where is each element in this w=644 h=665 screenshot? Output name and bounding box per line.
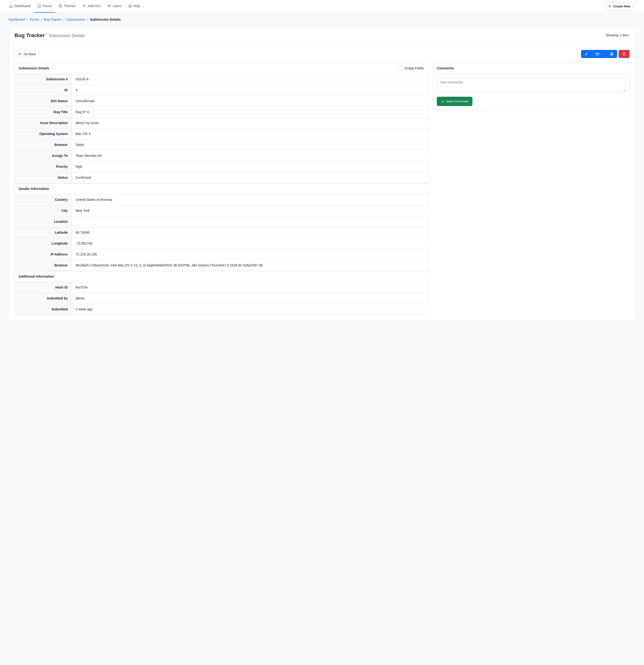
sender-section-title: Sender Information	[15, 183, 428, 194]
page-title: Bug Tracker	[15, 31, 45, 39]
table-row: Priority High	[15, 162, 428, 172]
table-row: Operating System Mac OS X	[15, 129, 428, 139]
checkbox-icon[interactable]	[399, 66, 403, 70]
comments-panel: Comments Save Comment	[433, 63, 629, 110]
svg-point-3	[60, 5, 61, 6]
table-row: DOI Status Unconfirmed	[15, 96, 428, 107]
table-row: Issue Description About my issue...	[15, 118, 428, 129]
page-subtitle: Submission Details	[49, 33, 85, 39]
table-row: Submission # ISSUE-4	[15, 74, 428, 85]
mail-icon	[595, 52, 599, 56]
breadcrumb-dashboard[interactable]: Dashboard	[8, 17, 25, 22]
table-row: Hash ID 6xxTDw	[15, 282, 428, 293]
table-row: ID 4	[15, 85, 428, 96]
table-row: Submitted 1 week ago	[15, 304, 428, 315]
nav-addons[interactable]: Add-Ons	[79, 0, 104, 13]
trash-icon	[622, 52, 626, 56]
check-square-icon	[37, 4, 41, 8]
table-row: Browser Mozilla/5.0 (Macintosh; Intel Ma…	[15, 260, 428, 271]
pencil-icon	[585, 52, 588, 56]
empty-fields-toggle[interactable]: Empty Fields	[399, 66, 424, 71]
print-icon	[610, 52, 613, 56]
additional-section-title: Additional Information	[15, 271, 428, 282]
print-button[interactable]	[606, 50, 617, 58]
check-icon	[441, 99, 444, 103]
table-row: City New York	[15, 205, 428, 216]
users-icon	[108, 4, 111, 8]
palette-icon	[58, 4, 62, 8]
nav-themes[interactable]: Themes	[55, 0, 79, 13]
table-row: Location	[15, 216, 428, 227]
arrow-left-icon	[18, 52, 22, 56]
svg-point-8	[129, 6, 131, 7]
svg-point-2	[60, 6, 60, 6]
chevron-down-icon	[600, 52, 603, 56]
table-row: Submitted by admin	[15, 293, 428, 304]
table-row: Browser Safari	[15, 139, 428, 150]
table-row: Status Confirmed	[15, 172, 428, 183]
submission-details-panel: Submission Details Empty Fields Submissi…	[15, 63, 428, 315]
comments-title: Comments	[437, 66, 454, 71]
comments-input[interactable]	[437, 78, 625, 92]
go-back-button[interactable]: Go Back	[15, 50, 39, 58]
life-ring-icon	[128, 4, 132, 8]
breadcrumb-bug-tracker[interactable]: Bug Tracker	[44, 17, 61, 22]
showing-count: Showing 1 item.	[606, 33, 629, 38]
table-row: Assign To Team Member #3	[15, 150, 428, 162]
breadcrumb-submissions[interactable]: Submissions	[66, 17, 85, 22]
nav-dashboard[interactable]: Dashboard	[6, 0, 34, 13]
table-row: Latitude 40.79046	[15, 227, 428, 238]
breadcrumb: Dashboard / Forms / Bug Tracker / Submis…	[0, 13, 644, 26]
svg-point-5	[108, 5, 110, 6]
table-row: Bug Title Bug Nº 4	[15, 107, 428, 118]
email-button[interactable]	[592, 50, 606, 58]
top-nav: Dashboard Forms Themes Add-Ons Users	[6, 0, 148, 13]
edit-button[interactable]	[581, 50, 592, 58]
plus-icon	[608, 4, 612, 8]
nav-help[interactable]: Help	[125, 0, 148, 13]
puzzle-icon	[82, 4, 86, 8]
chevron-down-icon	[141, 4, 144, 8]
chevron-down-icon	[632, 4, 635, 8]
svg-point-7	[129, 5, 131, 7]
table-row: Country United States of America	[15, 194, 428, 205]
breadcrumb-current: Submission Details	[90, 17, 121, 22]
panel-title: Submission Details	[19, 66, 49, 71]
home-icon	[9, 4, 13, 8]
svg-point-4	[61, 6, 61, 6]
svg-point-6	[110, 5, 111, 6]
nav-forms[interactable]: Forms	[34, 0, 55, 13]
create-new-button[interactable]: Create New	[604, 2, 638, 10]
svg-rect-0	[38, 5, 41, 7]
table-row: IP Address 72.229.28.185	[15, 249, 428, 260]
table-row: Longitude -73.951749	[15, 238, 428, 249]
nav-users[interactable]: Users	[104, 0, 125, 13]
save-comment-button[interactable]: Save Comment	[437, 97, 472, 106]
breadcrumb-forms[interactable]: Forms	[30, 17, 39, 22]
delete-button[interactable]	[619, 50, 629, 58]
